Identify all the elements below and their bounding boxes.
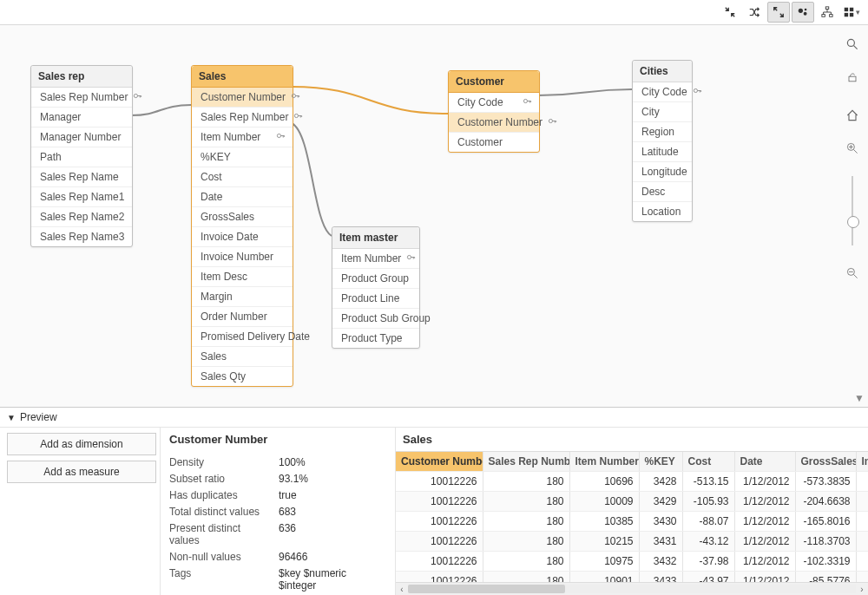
entity-field[interactable]: Invoice Number [192, 247, 293, 267]
table-cell: 180 [483, 512, 569, 532]
shuffle-icon[interactable] [743, 2, 766, 23]
entity-field[interactable]: GrossSales [192, 207, 293, 227]
expand-icon[interactable] [767, 2, 790, 23]
entity-field[interactable]: Sales [192, 347, 293, 367]
entity-field[interactable]: Product Type [332, 329, 419, 348]
entity-field[interactable]: Sales Rep Name1 [31, 187, 132, 207]
diagram-canvas[interactable]: ▼ Sales repSales Rep NumberManagerManage… [0, 25, 868, 408]
entity-field[interactable]: Manager Number [31, 128, 132, 147]
stat-row: Has duplicatestrue [169, 489, 386, 501]
preview-title: Preview [20, 411, 57, 423]
zoom-slider[interactable] [852, 176, 853, 245]
key-icon [291, 91, 300, 103]
zoom-out-icon[interactable] [844, 265, 861, 282]
entity-header[interactable]: Item master [332, 227, 419, 249]
entity-field[interactable]: Latitude [633, 142, 692, 162]
entity-field[interactable]: Longitude [633, 162, 692, 182]
table-row[interactable]: 10012226180100093429-105.931/12/2012-204… [396, 492, 868, 512]
key-icon [276, 131, 286, 143]
key-icon [693, 86, 702, 98]
column-header[interactable]: GrossSales [795, 452, 856, 472]
entity-sales_rep[interactable]: Sales repSales Rep NumberManagerManager … [30, 65, 133, 247]
entity-header[interactable]: Sales [192, 66, 293, 88]
entity-field[interactable]: Customer [449, 133, 539, 152]
entity-field[interactable]: Date [192, 187, 293, 207]
entity-customer[interactable]: CustomerCity CodeCustomer NumberCustomer [448, 70, 540, 153]
search-icon[interactable] [844, 36, 861, 53]
table-row[interactable]: 10012226180102153431-43.121/12/2012-118.… [396, 532, 868, 552]
entity-field[interactable]: Product Group [332, 269, 419, 289]
entity-field[interactable]: %KEY [192, 147, 293, 167]
column-header[interactable]: Invoice Date [856, 452, 868, 472]
entity-field[interactable]: Cost [192, 167, 293, 187]
column-header[interactable]: Customer Number [396, 452, 483, 472]
entity-field[interactable]: Customer Number [449, 113, 539, 133]
entity-field[interactable]: Product Sub Group [332, 309, 419, 329]
table-cell: 1/12/20 [856, 472, 868, 492]
add-dimension-button[interactable]: Add as dimension [7, 433, 156, 455]
scroll-thumb[interactable] [408, 585, 565, 593]
horizontal-scrollbar[interactable]: ‹ › [396, 582, 868, 595]
table-row[interactable]: 10012226180103853430-88.071/12/2012-165.… [396, 512, 868, 532]
entity-field[interactable]: Location [633, 202, 692, 221]
entity-field[interactable]: City [633, 102, 692, 122]
svg-point-15 [292, 94, 295, 97]
grid-icon[interactable]: ▾ [840, 2, 863, 23]
column-header[interactable]: Item Number [569, 452, 639, 472]
entity-field[interactable]: Sales Rep Number [31, 88, 132, 108]
collapse-icon[interactable] [719, 2, 741, 23]
table-cell: 3429 [639, 492, 682, 512]
entity-field[interactable]: Product Line [332, 289, 419, 309]
entity-field[interactable]: Promised Delivery Date [192, 327, 293, 347]
entity-field[interactable]: Order Number [192, 307, 293, 327]
column-header[interactable]: Date [734, 452, 795, 472]
add-measure-button[interactable]: Add as measure [7, 461, 156, 483]
entity-field[interactable]: Region [633, 122, 692, 142]
entity-cities[interactable]: CitiesCity CodeCityRegionLatitudeLongitu… [632, 60, 693, 222]
entity-field[interactable]: Sales Rep Name [31, 167, 132, 187]
entity-field[interactable]: Sales Rep Number [192, 108, 293, 128]
home-icon[interactable] [844, 107, 861, 124]
chevron-down-icon: ▼ [7, 413, 16, 422]
table-row[interactable]: 10012226180109753432-37.981/12/2012-102.… [396, 552, 868, 572]
entity-item_master[interactable]: Item masterItem NumberProduct GroupProdu… [332, 226, 420, 349]
entity-field[interactable]: Sales Rep Name3 [31, 227, 132, 246]
preview-toggle-icon[interactable]: ▼ [854, 392, 865, 404]
entity-field[interactable]: Item Number [192, 128, 293, 147]
entity-header[interactable]: Cities [633, 61, 692, 82]
entity-sales[interactable]: SalesCustomer NumberSales Rep NumberItem… [191, 65, 293, 387]
bubble-icon[interactable] [792, 2, 814, 23]
preview-table-name: Sales [396, 428, 868, 451]
zoom-thumb[interactable] [847, 216, 859, 228]
preview-panel: ▼ Preview Add as dimension Add as measur… [0, 407, 868, 595]
entity-field[interactable]: City Code [633, 82, 692, 102]
preview-header[interactable]: ▼ Preview [0, 408, 868, 428]
data-grid[interactable]: Customer NumberSales Rep NumberItem Numb… [396, 451, 868, 595]
entity-field[interactable]: City Code [449, 93, 539, 113]
entity-field[interactable]: Desc [633, 182, 692, 202]
entity-field[interactable]: Manager [31, 108, 132, 128]
entity-field[interactable]: Item Desc [192, 267, 293, 287]
lock-icon[interactable] [844, 69, 861, 86]
scroll-right-icon[interactable]: › [856, 583, 868, 595]
entity-header[interactable]: Customer [449, 71, 539, 93]
entity-field[interactable]: Item Number [332, 249, 419, 269]
table-cell: -513.15 [682, 472, 734, 492]
entity-header[interactable]: Sales rep [31, 66, 132, 88]
table-row[interactable]: 10012226180106963428-513.151/12/2012-573… [396, 472, 868, 492]
scroll-left-icon[interactable]: ‹ [396, 583, 408, 595]
table-cell: -573.3835 [795, 472, 856, 492]
column-header[interactable]: %KEY [639, 452, 682, 472]
entity-field[interactable]: Margin [192, 287, 293, 307]
zoom-in-icon[interactable] [844, 140, 861, 157]
entity-field[interactable]: Invoice Date [192, 227, 293, 247]
table-cell: 1/12/2012 [734, 492, 795, 512]
column-header[interactable]: Sales Rep Number [483, 452, 569, 472]
entity-field[interactable]: Sales Rep Name2 [31, 207, 132, 227]
svg-point-17 [277, 134, 280, 137]
entity-field[interactable]: Path [31, 147, 132, 167]
entity-field[interactable]: Customer Number [192, 88, 293, 108]
column-header[interactable]: Cost [682, 452, 734, 472]
entity-field[interactable]: Sales Qty [192, 367, 293, 386]
tree-icon[interactable] [816, 2, 838, 23]
